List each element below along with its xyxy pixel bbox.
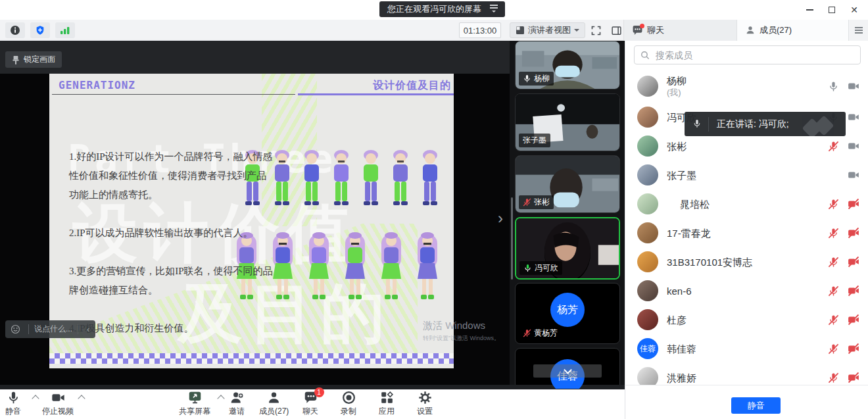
- member-row[interactable]: 杨柳(我): [625, 71, 868, 101]
- signal-bars-icon: [60, 26, 70, 35]
- member-row[interactable]: 佳蓉韩佳蓉: [625, 335, 868, 362]
- toolbar-button-person[interactable]: 成员(27): [259, 391, 289, 417]
- chat-bubble-icon: [632, 25, 643, 36]
- panel-menu-button[interactable]: [848, 20, 868, 41]
- camera-off-icon[interactable]: [848, 372, 859, 383]
- pin-view-button[interactable]: 锁定画面: [5, 51, 62, 68]
- member-self-tag: (我): [667, 87, 828, 98]
- member-name: 晁培松: [667, 199, 828, 210]
- close-icon: ✕: [850, 5, 858, 14]
- mic-muted-icon[interactable]: [828, 314, 839, 326]
- pin-view-label: 锁定画面: [24, 54, 55, 65]
- toolbar-button-gear[interactable]: 设置: [417, 391, 433, 417]
- toolbar-button-record[interactable]: 录制: [341, 391, 356, 417]
- mic-muted-icon[interactable]: [828, 372, 839, 383]
- toolbar-button-mic[interactable]: 静音: [5, 391, 21, 417]
- mic-muted-icon[interactable]: [828, 228, 839, 239]
- camera-icon[interactable]: [848, 80, 859, 92]
- quick-chat-placeholder[interactable]: 说点什么...: [34, 324, 72, 335]
- member-row[interactable]: 张子墨: [625, 161, 868, 189]
- tab-chat[interactable]: 聊天: [623, 20, 736, 41]
- toolbar-button-chat[interactable]: 1聊天: [302, 391, 318, 417]
- video-tile-张彬[interactable]: 张彬: [515, 155, 620, 213]
- quick-chat-bar[interactable]: 说点什么... ‹: [5, 320, 95, 338]
- member-row[interactable]: 31B3170101安博志: [625, 248, 868, 276]
- slide-header-title: 设计价值及目的: [373, 79, 451, 93]
- filmstrip-collapse-handle[interactable]: ›: [493, 209, 508, 228]
- mic-muted-icon[interactable]: [828, 285, 839, 297]
- member-name: 杜彦: [667, 314, 828, 326]
- member-row[interactable]: 晁培松: [625, 190, 868, 218]
- filmstrip-scrollbar[interactable]: [511, 197, 513, 280]
- mic-muted-icon[interactable]: [828, 343, 839, 355]
- tab-members[interactable]: 成员(27): [736, 20, 848, 41]
- camera-icon[interactable]: [848, 140, 859, 152]
- meeting-info-button[interactable]: [5, 22, 25, 38]
- emoji-icon[interactable]: [11, 324, 20, 334]
- close-button[interactable]: ✕: [843, 1, 865, 19]
- slide-bullet: 3.更多的营销宣传，比如IP联名，使得不同的品牌创造碰撞互结合。: [69, 262, 273, 300]
- mic-icon[interactable]: [828, 81, 839, 92]
- avatar: 杨芳: [550, 293, 585, 327]
- chevron-up-icon[interactable]: [78, 395, 85, 402]
- toolbar-button-camera[interactable]: 停止视频: [42, 391, 74, 417]
- mic-muted-icon: [523, 198, 531, 207]
- video-tile-杨柳[interactable]: 杨柳: [515, 41, 620, 89]
- video-tile-黄杨芳[interactable]: 杨芳黄杨芳: [515, 283, 620, 344]
- view-mode-button[interactable]: 演讲者视图: [510, 22, 585, 38]
- toolbar-button-label: 应用: [379, 406, 395, 417]
- video-tile-冯可欣[interactable]: 冯可欣: [515, 217, 620, 280]
- video-tile[interactable]: 佳蓉: [515, 348, 620, 389]
- apps-icon: [380, 391, 394, 405]
- toolbar-button-share[interactable]: 共享屏幕: [179, 391, 210, 417]
- camera-off-icon[interactable]: [848, 256, 859, 268]
- chevron-up-icon[interactable]: [32, 395, 39, 402]
- mic-muted-icon[interactable]: [828, 141, 839, 152]
- member-row[interactable]: 17-雷春龙: [625, 219, 868, 247]
- camera-icon[interactable]: [848, 169, 859, 181]
- camera-off-icon[interactable]: [848, 343, 859, 355]
- chat-notification-dot: [640, 24, 644, 28]
- record-icon: [342, 391, 356, 405]
- video-tile-张子墨[interactable]: 张子墨: [515, 93, 620, 151]
- mute-all-button[interactable]: 静音: [731, 397, 781, 414]
- side-panel-toggle-button[interactable]: [608, 22, 625, 38]
- member-row[interactable]: ken-6: [625, 277, 868, 305]
- mic-icon: [523, 264, 532, 272]
- member-search-input[interactable]: [654, 49, 854, 61]
- mic-muted-icon[interactable]: [828, 257, 839, 268]
- tile-name-text: 杨柳: [534, 73, 550, 84]
- camera-icon[interactable]: [848, 111, 859, 123]
- camera-off-icon[interactable]: [848, 227, 859, 239]
- slide-header-rule: [52, 94, 295, 95]
- toolbar-button-apps[interactable]: 应用: [379, 391, 395, 417]
- watching-screen-pill: 您正在观看冯可欣的屏幕: [379, 1, 505, 17]
- collapse-chat-icon[interactable]: ‹: [84, 324, 93, 334]
- window-controls: ✕: [798, 0, 865, 20]
- member-row[interactable]: 杜彦: [625, 306, 868, 333]
- minimize-button[interactable]: [798, 1, 821, 19]
- gear-icon: [418, 391, 432, 405]
- member-name: 17-雷春龙: [667, 228, 828, 239]
- chat-icon: 1: [304, 391, 318, 405]
- fullscreen-button[interactable]: [587, 22, 604, 38]
- slide-bullet: 1.好的IP设计可以作为一个品牌符号，融入情感性价值和象征性价值，使得消费者寻找…: [69, 147, 273, 205]
- toolbar: 01:13:00 演讲者视图 聊天 成员(27): [0, 20, 868, 41]
- toolbar-button-person-add[interactable]: 邀请: [229, 391, 245, 417]
- security-button[interactable]: [30, 22, 50, 38]
- mic-muted-icon[interactable]: [828, 199, 839, 210]
- member-row[interactable]: 洪雅娇: [625, 364, 868, 385]
- person-add-icon: [230, 391, 244, 405]
- member-search[interactable]: [634, 45, 861, 64]
- maximize-button[interactable]: [821, 1, 843, 19]
- network-quality-button[interactable]: [55, 22, 75, 38]
- camera-off-icon[interactable]: [848, 198, 859, 210]
- member-row[interactable]: 张彬: [625, 132, 868, 160]
- camera-off-icon[interactable]: [848, 285, 859, 297]
- filmstrip-scroll-down-button[interactable]: [533, 364, 602, 378]
- avatar: [637, 367, 658, 385]
- chevron-up-icon[interactable]: [217, 395, 224, 402]
- camera-off-icon[interactable]: [848, 314, 859, 326]
- pill-menu-icon[interactable]: [488, 3, 500, 16]
- fullscreen-icon: [591, 26, 601, 36]
